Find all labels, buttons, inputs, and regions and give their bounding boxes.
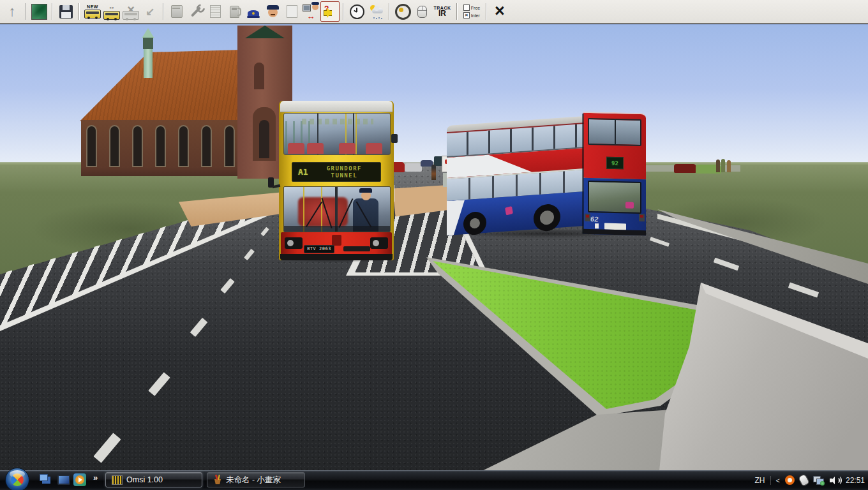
mouse-settings-button[interactable] bbox=[412, 1, 431, 22]
tail-light-left bbox=[585, 214, 590, 221]
timetable-button-disabled bbox=[282, 1, 301, 22]
weather-settings-button[interactable] bbox=[366, 1, 385, 22]
repair-button[interactable] bbox=[186, 1, 206, 22]
steering-settings-button[interactable] bbox=[393, 1, 412, 22]
pc-driver-swap-icon: ↔ bbox=[303, 4, 319, 19]
front-vent bbox=[343, 246, 370, 251]
window-title: Omsi 1.00 bbox=[126, 475, 163, 484]
bus-front-panel: BTV 2063 bbox=[281, 232, 392, 255]
question-arrow-icon: ? bbox=[324, 4, 336, 19]
windows-taskbar: » Omsi 1.00 未命名 - 小畫家 ZH < 22:51 bbox=[0, 470, 868, 490]
jerrycan-button-disabled bbox=[167, 1, 186, 22]
quick-launch-media-player[interactable] bbox=[73, 473, 87, 487]
toolbar-separator bbox=[163, 3, 164, 20]
bus-rear-face: 92 662 bbox=[583, 112, 646, 236]
map-icon bbox=[31, 4, 47, 20]
checkbox-unchecked[interactable] bbox=[463, 4, 470, 11]
close-menu-button[interactable]: × bbox=[490, 1, 509, 22]
tray-orange-app-icon[interactable] bbox=[785, 475, 795, 485]
bus-icon-grayed bbox=[123, 11, 139, 20]
quick-launch-overflow-chevron[interactable]: » bbox=[93, 473, 98, 482]
rear-upper-window bbox=[588, 118, 641, 146]
destination-line2: TUNNEL bbox=[308, 172, 380, 179]
driver-cap-icon bbox=[248, 10, 259, 16]
reflector bbox=[595, 223, 599, 228]
driver-swap-button[interactable]: ↔ bbox=[301, 1, 320, 22]
operator-logo bbox=[505, 206, 513, 215]
pedestrian bbox=[431, 165, 436, 180]
steering-wheel-icon bbox=[395, 4, 411, 20]
windshield bbox=[283, 186, 391, 232]
bus-roof bbox=[280, 101, 393, 112]
notepad-button-disabled bbox=[206, 1, 225, 22]
tray-network-icon[interactable] bbox=[813, 475, 825, 486]
save-button[interactable] bbox=[56, 1, 75, 22]
taskbar-button-omsi[interactable]: Omsi 1.00 bbox=[105, 472, 202, 487]
license-plate: BTV 2063 bbox=[304, 245, 334, 253]
taskbar-button-paint[interactable]: 未命名 - 小畫家 bbox=[207, 472, 305, 487]
tray-volume-icon[interactable] bbox=[830, 475, 841, 485]
checkbox-checked[interactable]: × bbox=[463, 12, 470, 19]
view-options-panel: Free × Inter bbox=[461, 1, 483, 22]
quick-launch-show-desktop[interactable] bbox=[56, 473, 70, 487]
destination-line1: GRUNDORF bbox=[308, 165, 380, 172]
clock-icon bbox=[350, 4, 364, 19]
time-settings-button[interactable] bbox=[347, 1, 366, 22]
hidden-icons-chevron[interactable]: < bbox=[776, 477, 780, 484]
exit-button[interactable]: ↑ bbox=[3, 1, 22, 22]
trackir-text-icon: TRACK IR bbox=[434, 6, 451, 17]
bumper bbox=[280, 254, 393, 260]
trackir-button[interactable]: TRACK IR bbox=[431, 1, 453, 22]
fuel-pump-icon bbox=[230, 6, 239, 18]
operator-logo bbox=[332, 235, 341, 246]
ai-driver-button[interactable] bbox=[244, 1, 263, 22]
pedestrian bbox=[727, 160, 731, 172]
body-seam bbox=[582, 114, 584, 234]
up-arrow-icon: ↑ bbox=[9, 4, 16, 19]
toolbar-separator bbox=[79, 3, 80, 20]
toolbar-separator bbox=[486, 3, 487, 20]
rear-route-display: 92 bbox=[606, 157, 624, 170]
tricolor-double-decker-bus: 92 662 bbox=[447, 111, 646, 239]
quick-launch-switch-windows[interactable] bbox=[38, 473, 52, 487]
game-toolbar: ↑ NEW ↔ × ↙ ↔ ? bbox=[0, 0, 868, 24]
new-label: NEW bbox=[87, 4, 98, 9]
checkbox-free[interactable]: Free bbox=[463, 4, 480, 11]
omsi-app-icon bbox=[112, 475, 123, 485]
church-spire bbox=[143, 28, 153, 78]
rear-lower-window bbox=[588, 181, 641, 214]
left-right-arrow-icon: ↔ bbox=[108, 3, 116, 10]
language-indicator[interactable]: ZH bbox=[755, 476, 765, 485]
system-tray: ZH < 22:51 bbox=[755, 470, 865, 490]
wrench-icon bbox=[191, 6, 201, 17]
start-button[interactable] bbox=[5, 468, 29, 490]
checkbox-inter[interactable]: × Inter bbox=[463, 12, 480, 19]
yellow-double-decker-bus: A1 GRUNDORF TUNNEL BTV 2063 bbox=[279, 101, 394, 260]
diagonal-arrow-icon: ↙ bbox=[146, 6, 154, 17]
parked-car-silver bbox=[405, 163, 422, 172]
toolbar-separator bbox=[389, 3, 390, 20]
window-title: 未命名 - 小畫家 bbox=[226, 475, 281, 486]
driver-button[interactable] bbox=[263, 1, 282, 22]
tray-clock[interactable]: 22:51 bbox=[846, 476, 865, 485]
notepad-icon bbox=[210, 5, 221, 18]
route-number: A1 bbox=[298, 167, 308, 177]
mouse-icon bbox=[417, 6, 427, 18]
game-viewport[interactable]: A1 GRUNDORF TUNNEL BTV 2063 bbox=[0, 24, 868, 470]
fuel-button-disabled bbox=[225, 1, 244, 22]
upper-deck-window bbox=[283, 113, 391, 155]
change-bus-button[interactable]: ↔ bbox=[102, 1, 121, 22]
jump-to-bus-button-disabled: ↙ bbox=[140, 1, 160, 22]
new-bus-button[interactable]: NEW bbox=[83, 1, 102, 22]
parked-car-darkred bbox=[674, 164, 696, 173]
headlight-left bbox=[285, 237, 303, 249]
tray-mouse-icon[interactable] bbox=[798, 473, 810, 487]
map-button[interactable] bbox=[29, 1, 49, 22]
headlight-right bbox=[370, 237, 388, 249]
destination-display: A1 GRUNDORF TUNNEL bbox=[292, 162, 381, 182]
help-arrow-button-selected[interactable]: ? bbox=[320, 1, 340, 22]
pedestrian bbox=[721, 159, 725, 172]
close-icon: × bbox=[495, 4, 505, 19]
jerrycan-icon bbox=[171, 5, 183, 18]
remove-bus-button-disabled: × bbox=[121, 1, 140, 22]
